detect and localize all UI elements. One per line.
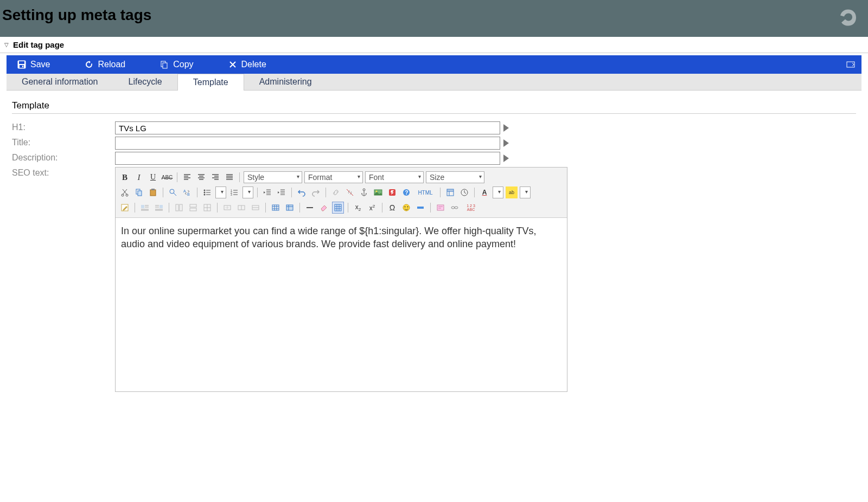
layout-button-3[interactable] (201, 202, 213, 214)
layout-button-1[interactable] (173, 202, 185, 214)
description-input[interactable] (115, 152, 500, 165)
strikethrough-button[interactable]: ABC (161, 171, 173, 183)
svg-rect-5 (163, 63, 167, 68)
separator (169, 203, 169, 213)
separator (474, 188, 475, 197)
replace-button[interactable]: AB (181, 186, 193, 198)
svg-point-46 (405, 207, 406, 208)
bullet-list-dropdown[interactable] (215, 186, 226, 198)
reload-button[interactable]: Reload (80, 59, 130, 70)
split-cell-v-button[interactable] (250, 202, 261, 214)
expand-icon[interactable] (846, 60, 855, 69)
font-select[interactable]: Font (365, 171, 424, 183)
svg-text:?: ? (405, 190, 409, 196)
image-button[interactable] (372, 186, 384, 198)
svg-rect-10 (138, 191, 142, 196)
editor-toolbar: B I U ABC Style Format Font Size (116, 168, 567, 218)
outdent-button[interactable] (261, 186, 273, 198)
flash-button[interactable] (386, 186, 398, 198)
copy-button[interactable] (133, 186, 145, 198)
edit-button[interactable] (119, 202, 131, 214)
separator (197, 188, 197, 197)
bold-button[interactable]: B (119, 171, 131, 183)
table-button[interactable] (270, 202, 282, 214)
description-expand-icon[interactable] (503, 155, 509, 162)
align-justify-button[interactable] (224, 171, 235, 183)
reload-icon (85, 60, 93, 69)
link-chain-button[interactable] (449, 202, 461, 214)
h1-input[interactable] (115, 121, 500, 134)
align-center-button[interactable] (195, 171, 207, 183)
layout-button-2[interactable] (187, 202, 199, 214)
undo-button[interactable] (296, 186, 308, 198)
indent-button[interactable] (276, 186, 288, 198)
page-break-button[interactable] (414, 202, 426, 214)
title-input[interactable] (115, 137, 500, 150)
emoji-button[interactable] (400, 202, 412, 214)
separator (440, 188, 441, 197)
paste-button[interactable] (147, 186, 159, 198)
svg-rect-11 (150, 190, 156, 196)
style-select[interactable]: Style (244, 171, 302, 183)
separator (291, 188, 292, 197)
size-select[interactable]: Size (426, 171, 484, 183)
special-char-button[interactable]: Ω (386, 202, 398, 214)
clock-button[interactable] (458, 186, 470, 198)
text-color-button[interactable]: A (478, 186, 490, 198)
number-list-dropdown[interactable] (242, 186, 253, 198)
svg-point-22 (363, 189, 365, 191)
align-right-button[interactable] (209, 171, 221, 183)
italic-button[interactable]: I (133, 171, 145, 183)
anchor-button[interactable] (358, 186, 370, 198)
tab-administering[interactable]: Administering (244, 74, 327, 90)
eraser-button[interactable] (318, 202, 330, 214)
svg-rect-33 (159, 205, 163, 208)
svg-point-47 (407, 207, 409, 208)
title-expand-icon[interactable] (503, 139, 509, 147)
horizontal-rule-button[interactable] (304, 202, 316, 214)
find-button[interactable] (167, 186, 179, 198)
subscript-button[interactable]: x2 (352, 202, 364, 214)
tab-general-information[interactable]: General information (7, 74, 113, 90)
html-source-button[interactable]: HTML (414, 186, 436, 198)
separator (135, 203, 135, 213)
number-list-button[interactable]: 123 (228, 186, 240, 198)
unlink-button[interactable] (344, 186, 356, 198)
svg-rect-37 (190, 208, 196, 211)
grid-button[interactable] (332, 202, 344, 214)
separator (239, 172, 240, 182)
link-button[interactable] (330, 186, 342, 198)
form-button[interactable] (435, 202, 446, 214)
svg-rect-36 (190, 204, 196, 207)
h1-expand-icon[interactable] (503, 124, 509, 132)
delete-button[interactable]: Delete (224, 59, 271, 70)
align-left-button[interactable] (181, 171, 193, 183)
split-cell-h-button[interactable] (235, 202, 247, 214)
superscript-button[interactable]: x2 (366, 202, 378, 214)
bullet-list-button[interactable] (201, 186, 213, 198)
text-color-dropdown[interactable] (493, 186, 503, 198)
svg-rect-43 (286, 205, 293, 210)
svg-text:A: A (183, 189, 186, 193)
help-button[interactable]: ? (400, 186, 412, 198)
save-button[interactable]: Save (13, 59, 54, 70)
format-select[interactable]: Format (304, 171, 363, 183)
underline-button[interactable]: U (147, 171, 159, 183)
insert-image-right-button[interactable] (153, 202, 165, 214)
template-button[interactable] (444, 186, 456, 198)
bg-color-button[interactable]: ab (506, 186, 518, 198)
cut-button[interactable] (119, 186, 131, 198)
collapse-bar[interactable]: ▽ Edit tag page (0, 37, 868, 53)
copy-button[interactable]: Copy (156, 59, 197, 70)
spellcheck-button[interactable]: 1 2 3 ABC (463, 202, 479, 214)
table-props-button[interactable] (284, 202, 296, 214)
separator (382, 203, 382, 213)
insert-image-left-button[interactable] (139, 202, 151, 214)
seo-text-content[interactable]: In our online supermarket you can find a… (116, 218, 567, 391)
tab-lifecycle[interactable]: Lifecycle (113, 74, 177, 90)
svg-rect-1 (19, 61, 24, 64)
merge-cells-button[interactable] (221, 202, 233, 214)
bg-color-dropdown[interactable] (520, 186, 531, 198)
tab-template[interactable]: Template (177, 74, 244, 91)
redo-button[interactable] (310, 186, 322, 198)
